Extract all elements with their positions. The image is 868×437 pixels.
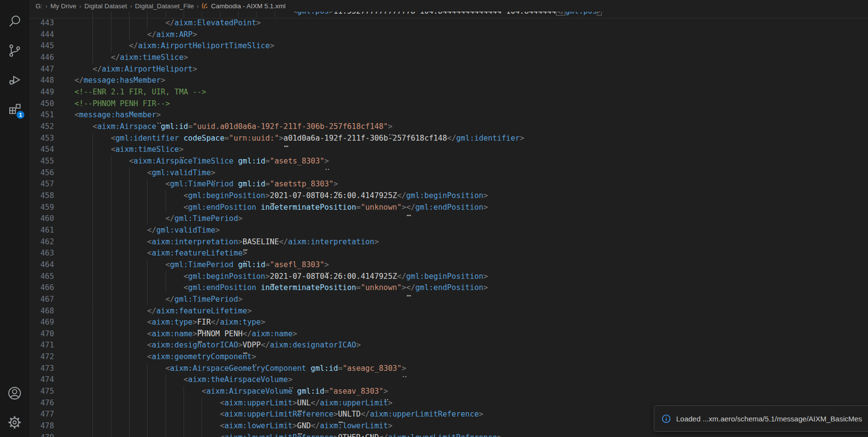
code-line[interactable]: 460 </gml:TimePeriod> [29,213,242,225]
code-line[interactable]: 478 <aixm:lowerLimit>GND</aixm:lowerLimi… [29,420,392,432]
token: < [147,249,151,257]
token: gml:TimePeriod [170,180,234,188]
code-line[interactable]: 453 <gml:identifier codeSpace="urn:uuid:… [29,133,524,145]
token: gml:id [161,122,188,131]
breadcrumb-item-drive[interactable]: G: [36,2,42,10]
code-line[interactable]: 443 </aixm:ElevatedPoint> [29,18,261,29]
code-area[interactable]: <gml:pos>11.552777777777778 104.84444444… [29,0,868,437]
indent-guide [129,420,129,432]
indent-guide [92,202,93,214]
code-line[interactable]: 467 </gml:TimePeriod> [29,294,242,306]
code-line[interactable]: 454 <aixm:timeSlice> [29,144,184,156]
breadcrumb-item-my-drive[interactable]: My Drive [51,2,76,10]
indent-guide [111,294,111,306]
code-line[interactable]: 475 <aixm:AirspaceVolume gml:id="aseav_8… [29,386,388,398]
code-line[interactable]: 469 <aixm:type>FIR</aixm:type> [29,317,265,328]
token: 2021-07-08T04:26:00.4147925Z [270,191,397,200]
code-line[interactable]: 448</message:hasMember> [29,75,166,87]
code-line[interactable]: 477 <aixm:upperLimitReference>UNLTD</aix… [29,409,483,420]
token [306,364,311,373]
line-number: 478 [29,420,54,432]
code-line[interactable]: 474 <aixm:theAirspaceVolume> [29,374,293,386]
indent-guide [147,409,148,420]
indent-guide [184,420,184,432]
token: = [356,203,361,212]
indent-guide [129,432,129,437]
token: > [483,203,488,212]
line-number: 469 [29,317,54,328]
code-line[interactable]: 470 <aixm:name>PHNOM PENH</aixm:name> [29,328,297,340]
source-control-button[interactable] [0,36,29,65]
token: < [184,191,188,200]
indent-guide [111,259,111,271]
token: </ [147,226,156,235]
token: </ [111,53,120,62]
code-line[interactable]: 476 <aixm:upperLimit>UNL</aixm:upperLimi… [29,398,392,409]
code-line[interactable]: 459 <gml:endPosition indeterminatePositi… [29,202,488,214]
indent-guide [92,409,93,420]
code-line[interactable]: 458 <gml:beginPosition>2021-07-08T04:26:… [29,190,488,202]
token: aixm:featureLifetime [156,307,247,315]
code-line[interactable]: 472 <aixm:geometryComponent> [29,351,256,363]
code-line[interactable]: 466 <gml:endPosition indeterminatePositi… [29,282,488,294]
notification-toast[interactable]: Loaded ...xm.aero/schema/5.1/message/AIX… [654,405,868,432]
token [179,134,184,143]
breadcrumb-item-digital-dataset[interactable]: Digital Dataset [84,2,127,10]
token: aixm:AirspaceTimeSlice [133,157,233,165]
search-button[interactable] [0,7,29,36]
token: aixm:designatorICAO [270,341,356,349]
indent-guide [166,374,166,386]
code-text: <gml:endPosition indeterminatePosition="… [74,282,488,294]
line-number: 451 [29,109,54,121]
token: > [293,329,297,338]
code-line[interactable]: 464 <gml:TimePeriod gml:id="asefl_8303"> [29,259,329,271]
line-number: 453 [29,133,54,145]
token: </ [311,399,320,407]
token: < [147,318,151,327]
settings-button[interactable] [0,408,29,437]
code-line[interactable]: 479 <aixm:lowerLimitReference>OTHER:GND<… [29,432,501,437]
indent-guide [184,409,184,420]
code-line[interactable]: 473 <aixm:AirspaceGeometryComponent gml:… [29,363,406,375]
token: gml:TimePeriod [174,295,238,304]
token: < [129,157,133,165]
breadcrumb-file[interactable]: Cambodia - AIXM 5.1.xml [202,2,286,10]
token: aixm:timeSlice [115,145,179,154]
token: "unknown" [361,203,402,212]
token: aixm:upperLimit [320,399,388,407]
token: gml:identifier [456,134,520,143]
breadcrumb-item-dataset-file[interactable]: Digital_Dataset_File [135,2,194,10]
code-line[interactable]: 461 </gml:validTime> [29,225,220,237]
token: < [166,364,170,373]
code-line[interactable]: 444 </aixm:ARP> [29,29,197,41]
token: aixm:timeSlice [120,53,184,62]
code-line[interactable]: 455 <aixm:AirspaceTimeSlice gml:id="aset… [29,156,329,167]
code-line[interactable]: 465 <gml:beginPosition>2021-07-08T04:26:… [29,271,488,283]
code-line[interactable]: 446 </aixm:timeSlice> [29,52,188,64]
token: gml:id [238,157,265,165]
account-button[interactable] [0,379,29,408]
activity-bar: 1 [0,0,29,437]
code-line[interactable]: 462 <aixm:interpretation>BASELINE</aixm:… [29,237,379,248]
code-line[interactable]: 450<!--PHNOM PENH FIR--> [29,98,170,110]
code-line[interactable]: 452 <aixm:Airspace gml:id="uuid.a01d0a6a… [29,121,392,133]
code-line[interactable]: 451<message:hasMember> [29,109,161,121]
indent-guide [166,409,166,420]
token: gml:endPosition [415,203,483,212]
indent-guide [92,248,93,259]
source-control-icon [7,43,22,58]
code-line[interactable]: 445 </aixm:AirportHeliportTimeSlice> [29,40,275,52]
run-debug-button[interactable] [0,65,29,94]
token: > [402,364,406,373]
code-line[interactable]: 463 <aixm:featureLifetime> [29,248,247,259]
token: PHNOM PENH [197,329,242,338]
code-line[interactable]: 471 <aixm:designatorICAO>VDPP</aixm:desi… [29,340,361,351]
indent-guide [111,179,111,190]
code-line[interactable]: 449<!--ENR 2.1 FIR, UIR, TMA --> [29,87,206,98]
extensions-button[interactable]: 1 [0,94,29,124]
code-line[interactable]: 456 <gml:validTime> [29,167,215,179]
code-line[interactable]: 468 </aixm:featureLifetime> [29,306,252,317]
code-line[interactable]: 457 <gml:TimePeriod gml:id="asetstp_8303… [29,179,338,190]
code-line[interactable]: 447 </aixm:AirportHeliport> [29,64,197,75]
line-number: 446 [29,52,54,64]
